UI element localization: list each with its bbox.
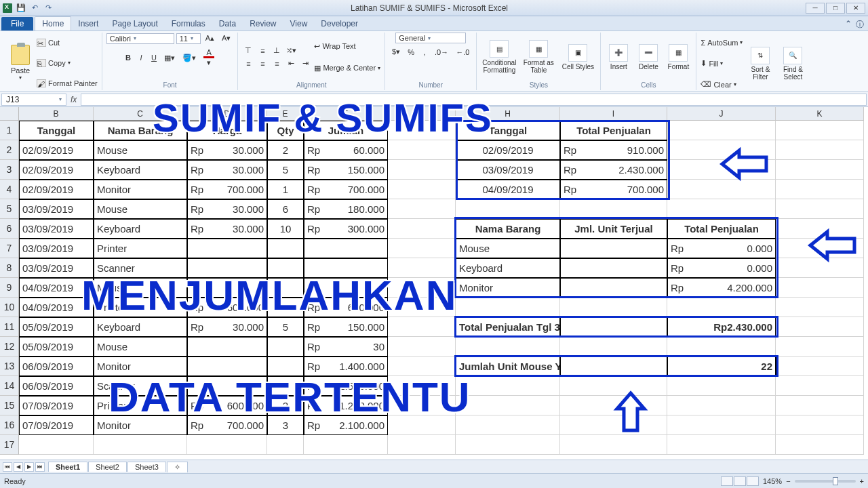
align-middle-button[interactable]: ≡	[256, 45, 269, 56]
title-bar: 💾 ↶ ↷ Latihan SUMIF & SUMIFS - Microsoft…	[0, 0, 868, 16]
tab-home[interactable]: Home	[35, 16, 71, 30]
sheet-nav-first[interactable]: ⏮	[3, 462, 12, 472]
fx-icon[interactable]: fx	[71, 95, 77, 104]
tab-review[interactable]: Review	[243, 17, 283, 30]
tab-page-layout[interactable]: Page Layout	[105, 17, 164, 30]
clear-button[interactable]: ⌫Clear▾	[701, 75, 743, 94]
align-top-button[interactable]: ⊤	[242, 45, 254, 56]
decrease-font-button[interactable]: A▾	[219, 33, 233, 44]
undo-icon[interactable]: ↶	[30, 3, 39, 13]
sigma-icon: Σ	[701, 39, 705, 47]
sort-icon: ⇅	[751, 47, 770, 64]
increase-decimal-button[interactable]: .0→	[432, 47, 451, 58]
cut-button[interactable]: ✂Cut	[37, 33, 98, 52]
number-group-label: Number	[389, 81, 472, 90]
wrap-text-button[interactable]: ↩Wrap Text	[314, 37, 380, 56]
select-all-corner[interactable]	[0, 107, 19, 121]
bold-button[interactable]: B	[123, 52, 134, 63]
format-button[interactable]: ▦Format	[665, 44, 692, 70]
status-bar: Ready 145% − +	[0, 473, 868, 488]
view-buttons[interactable]	[721, 476, 759, 486]
autosum-button[interactable]: ΣAutoSum▾	[701, 33, 743, 52]
zoom-slider[interactable]	[795, 480, 856, 483]
fill-button[interactable]: ⬇Fill▾	[701, 54, 743, 73]
italic-button[interactable]: I	[136, 52, 146, 63]
maximize-button[interactable]: □	[826, 3, 845, 14]
merge-center-button[interactable]: ▦Merge & Center▾	[314, 58, 380, 78]
number-format-select[interactable]: General▾	[395, 33, 466, 43]
sort-filter-button[interactable]: ⇅Sort & Filter	[745, 47, 775, 81]
new-sheet-tab[interactable]: ✧	[167, 462, 188, 472]
insert-button[interactable]: ➕Insert	[605, 44, 632, 70]
font-color-button[interactable]: A▾	[201, 47, 217, 68]
find-icon: 🔍	[783, 47, 802, 64]
align-center-button[interactable]: ≡	[256, 58, 269, 69]
fill-color-button[interactable]: 🪣▾	[180, 52, 199, 64]
window-title: Latihan SUMIF & SUMIFS - Microsoft Excel	[53, 3, 806, 13]
decrease-indent-button[interactable]: ⇤	[285, 58, 297, 69]
border-button[interactable]: ▦▾	[161, 52, 178, 64]
copy-icon: ⎘	[37, 59, 46, 67]
align-right-button[interactable]: ≡	[271, 58, 283, 69]
formula-input[interactable]	[81, 94, 867, 106]
row-headers[interactable]: 1234567891011121314151617	[0, 121, 19, 455]
cells-grid[interactable]: TanggalNama BarangHargaQtyJumlahTanggalT…	[19, 121, 864, 455]
copy-button[interactable]: ⎘Copy▾	[37, 53, 98, 73]
paste-button[interactable]: Paste ▾	[7, 45, 34, 81]
align-left-button[interactable]: ≡	[242, 58, 254, 69]
tab-developer[interactable]: Developer	[314, 17, 365, 30]
delete-icon: ➖	[639, 44, 658, 62]
ribbon-help-icon[interactable]: ⓘ	[856, 19, 864, 30]
conditional-formatting-button[interactable]: ▤Conditional Formatting	[481, 40, 517, 74]
brush-icon: 🖌	[37, 79, 46, 87]
file-tab[interactable]: File	[1, 17, 33, 30]
name-box[interactable]: J13▾	[1, 94, 66, 106]
worksheet-area[interactable]: BCDEFGHIJK 1234567891011121314151617 Tan…	[0, 107, 868, 468]
table-icon: ▦	[529, 40, 548, 58]
delete-button[interactable]: ➖Delete	[635, 44, 662, 70]
sheet-tab-3[interactable]: Sheet3	[127, 462, 166, 472]
cells-group-label: Cells	[605, 81, 692, 90]
close-button[interactable]: ✕	[846, 3, 865, 14]
ribbon-minimize-icon[interactable]: ⌃	[845, 19, 852, 30]
align-bottom-button[interactable]: ⊥	[271, 45, 283, 56]
tab-data[interactable]: Data	[212, 17, 243, 30]
increase-font-button[interactable]: A▴	[203, 33, 217, 44]
font-name-select[interactable]: Calibri▾	[106, 33, 174, 44]
cell-styles-button[interactable]: ▣Cell Styles	[559, 44, 596, 70]
status-text: Ready	[4, 477, 26, 485]
zoom-out-button[interactable]: −	[786, 477, 790, 485]
ribbon-tabs: File Home Insert Page Layout Formulas Da…	[0, 16, 868, 31]
format-as-table-button[interactable]: ▦Format as Table	[520, 40, 557, 74]
underline-button[interactable]: U	[149, 52, 159, 63]
sheet-tab-2[interactable]: Sheet2	[88, 462, 127, 472]
zoom-in-button[interactable]: +	[860, 477, 864, 485]
percent-format-button[interactable]: %	[405, 47, 417, 58]
redo-icon[interactable]: ↷	[43, 3, 53, 13]
scissors-icon: ✂	[37, 39, 46, 47]
accounting-format-button[interactable]: $▾	[389, 46, 403, 58]
format-painter-button[interactable]: 🖌Format Painter	[37, 73, 98, 93]
font-size-select[interactable]: 11▾	[176, 33, 201, 44]
tab-formulas[interactable]: Formulas	[165, 17, 212, 30]
increase-indent-button[interactable]: ⇥	[299, 58, 311, 69]
save-icon[interactable]: 💾	[16, 3, 26, 13]
fill-icon: ⬇	[701, 59, 707, 68]
sheet-tab-1[interactable]: Sheet1	[48, 462, 87, 472]
sheet-nav-last[interactable]: ⏭	[35, 462, 45, 472]
orientation-button[interactable]: ⤭▾	[285, 45, 297, 56]
styles-group-label: Styles	[481, 81, 596, 90]
sheet-nav-next[interactable]: ▶	[24, 462, 34, 472]
decrease-decimal-button[interactable]: ←.0	[453, 47, 472, 58]
minimize-button[interactable]: ─	[806, 3, 825, 14]
format-icon: ▦	[669, 44, 688, 62]
zoom-level[interactable]: 145%	[763, 477, 782, 485]
column-headers[interactable]: BCDEFGHIJK	[19, 107, 864, 121]
ribbon: Paste ▾ ✂Cut ⎘Copy▾ 🖌Format Painter Clip…	[0, 31, 868, 92]
tab-insert[interactable]: Insert	[71, 17, 105, 30]
sheet-nav-prev[interactable]: ◀	[14, 462, 23, 472]
comma-format-button[interactable]: ,	[419, 47, 430, 58]
insert-icon: ➕	[609, 44, 628, 62]
find-select-button[interactable]: 🔍Find & Select	[778, 47, 808, 81]
tab-view[interactable]: View	[283, 17, 315, 30]
